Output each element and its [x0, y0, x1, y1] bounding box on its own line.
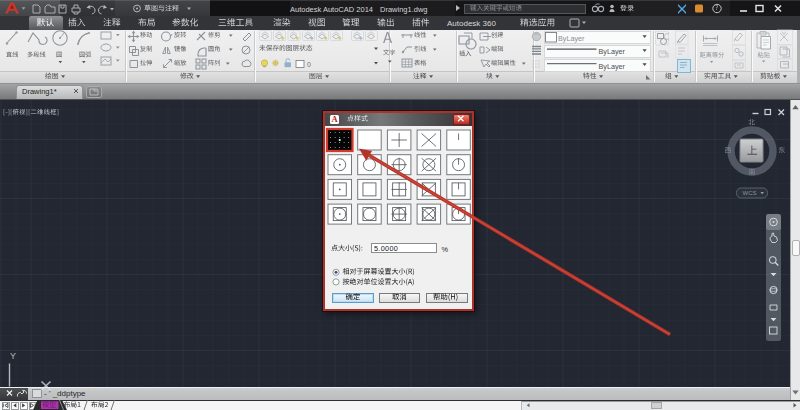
svg-text:A: A — [332, 114, 339, 124]
